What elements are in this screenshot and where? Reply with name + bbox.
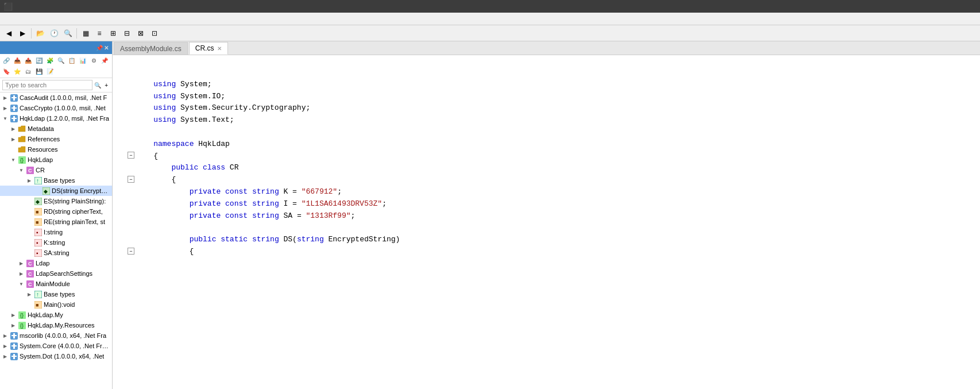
toolbar-extra1[interactable]: ⊟ [121,27,133,40]
titlebar: ⬛ [0,0,980,13]
tree-item-hqkldap[interactable]: ▼HqkLdap (1.2.0.0, msil, .Net Fra [0,113,112,124]
tree-toggle-ldapsearchsettings[interactable]: ▶ [17,269,25,278]
menu-file[interactable] [2,18,11,20]
ptool-btn-15[interactable]: 📝 [45,66,55,76]
tree-toggle-base-types[interactable]: ▶ [25,176,33,184]
toolbar-back[interactable]: ◀ [2,27,15,40]
tree-item-sa-field[interactable]: ▪SA:string [0,248,112,258]
menu-edit[interactable] [11,18,21,20]
tree-toggle-hqkldap[interactable]: ▼ [1,114,9,122]
tree-item-resources[interactable]: Resources [0,144,112,155]
ptool-btn-8[interactable]: 📊 [78,55,88,66]
toolbar-recent[interactable]: 🕐 [48,27,60,40]
tree-item-system-dot[interactable]: ▶System.Dot (1.0.0.0, x64, .Net [0,351,112,361]
ptool-btn-6[interactable]: 🔍 [56,55,66,66]
collapse-marker-16[interactable]: − [128,248,134,255]
tree-item-cr-class[interactable]: ▼CCR [0,165,112,175]
tree-item-rd-method[interactable]: ■RD(string cipherText, [0,206,112,217]
tree-item-main-method[interactable]: ■Main():void [0,299,112,310]
tree-item-i-field[interactable]: ▪I:string [0,227,112,237]
ptool-btn-1[interactable]: 🔗 [1,55,11,66]
tree-toggle-ldap-class[interactable]: ▶ [17,259,25,267]
tree-toggle-system-dot[interactable]: ▶ [1,352,9,360]
svg-rect-48 [13,344,15,349]
search-icon[interactable]: 🔍 [92,82,103,89]
menu-view[interactable] [21,18,30,20]
tree-toggle-cr-class[interactable]: ▼ [17,166,25,174]
tree-icon-casccrypto [9,103,18,113]
tree-toggle-mscorlib[interactable]: ▶ [1,332,9,340]
collapse-marker-10[interactable]: − [128,176,134,183]
code-line-14 [136,222,980,234]
toolbar-table[interactable]: ▦ [79,27,92,40]
ptool-btn-11[interactable]: 🔖 [1,66,11,76]
tree-toggle-cascaudit[interactable]: ▶ [1,94,9,102]
close-panel-button[interactable]: ✕ [104,45,109,51]
toolbar-nav[interactable]: 🔍 [61,27,74,40]
tree-toggle-metadata[interactable]: ▶ [9,125,17,133]
tree-toggle-mainmodule[interactable]: ▼ [17,280,25,288]
ptool-btn-12[interactable]: ⭐ [12,66,22,76]
tree-item-metadata[interactable]: ▶Metadata [0,124,112,134]
code-editor-panel: AssemblyModule.csCR.cs✕ using System; us… [113,41,980,389]
ptool-btn-4[interactable]: 🔄 [34,55,44,66]
menu-help[interactable] [67,18,76,20]
tree-label-cr-class: CR [36,167,45,174]
tree-item-mainmodule[interactable]: ▼CMainModule [0,279,112,289]
ptool-btn-10[interactable]: 📌 [99,55,110,66]
svg-text:C: C [28,282,32,287]
toolbar-extra3[interactable]: ⊡ [148,27,161,40]
tab-cr-cs[interactable]: CR.cs✕ [189,42,229,55]
tree-toggle-hqkldap-my[interactable]: ▶ [9,311,17,319]
ptool-btn-3[interactable]: 📤 [23,55,33,66]
tree-item-hqkldap-ns[interactable]: ▼{}HqkLdap [0,155,112,165]
tree-item-mscorlib[interactable]: ▶mscorlib (4.0.0.0, x64, .Net Fra [0,330,112,341]
toolbar-open-file[interactable]: 📂 [34,27,47,40]
ptool-btn-14[interactable]: 💾 [34,66,44,76]
toolbar-extra2[interactable]: ⊠ [134,27,147,40]
svg-text:◆: ◆ [44,188,48,194]
tree-item-es-method[interactable]: ◆ES(string PlainString): [0,196,112,206]
tree-item-base-types[interactable]: ▶↑Base types [0,175,112,186]
ptool-btn-7[interactable]: 📋 [67,55,77,66]
search-input[interactable] [2,80,92,90]
tree-icon-cr-class: C [25,165,34,175]
tree-toggle-mainmodule-basetypes[interactable]: ▶ [25,290,33,298]
menu-navigate[interactable] [30,18,39,20]
tree-item-casccrypto[interactable]: ▶CascCrypto (1.0.0.0, msil, .Net [0,103,112,113]
tree-toggle-casccrypto[interactable]: ▶ [1,104,9,112]
tree-toggle-hqkldap-my-resources[interactable]: ▶ [9,321,17,329]
tree-item-hqkldap-my[interactable]: ▶{}HqkLdap.My [0,310,112,320]
tab-assemblymodule[interactable]: AssemblyModule.cs [114,42,188,55]
tree-item-references[interactable]: ▶References [0,134,112,144]
tree-item-k-field[interactable]: ▪K:string [0,237,112,248]
tree-item-system-core[interactable]: ▶System.Core (4.0.0.0, .Net Fram [0,341,112,351]
tree-toggle-es-method [25,197,33,205]
tree-item-hqkldap-my-resources[interactable]: ▶{}HqkLdap.My.Resources [0,320,112,330]
tree-toggle-references[interactable]: ▶ [9,135,17,143]
tab-close-cr-cs[interactable]: ✕ [217,45,222,52]
tree-item-re-method[interactable]: ■RE(string plainText, st [0,217,112,227]
collapse-marker-8[interactable]: − [128,152,134,159]
search-options-btn[interactable]: + [103,82,110,89]
toolbar-list[interactable]: ≡ [93,27,106,40]
menu-inspect[interactable] [39,18,48,20]
tree-toggle-system-core[interactable]: ▶ [1,342,9,350]
menu-windows[interactable] [57,18,67,20]
menu-tools[interactable] [48,18,57,20]
tree-toggle-hqkldap-ns[interactable]: ▼ [9,156,17,164]
ptool-btn-13[interactable]: 🗂 [23,66,33,76]
tree-item-ldap-class[interactable]: ▶CLdap [0,258,112,268]
toolbar-forward[interactable]: ▶ [16,27,29,40]
toolbar-grid[interactable]: ⊞ [107,27,119,40]
tree-label-ldap-class: Ldap [36,260,49,267]
tree-item-ldapsearchsettings[interactable]: ▶CLdapSearchSettings [0,268,112,279]
ptool-btn-5[interactable]: 🧩 [45,55,55,66]
tree-item-mainmodule-basetypes[interactable]: ▶↑Base types [0,289,112,299]
tree-item-cascaudit[interactable]: ▶CascAudit (1.0.0.0, msil, .Net F [0,93,112,103]
tree-icon-k-field: ▪ [33,238,43,247]
pin-button[interactable]: 📌 [96,45,103,51]
ptool-btn-9[interactable]: ⚙ [88,55,99,66]
tree-item-ds-method[interactable]: ◆DS(string EncryptedSt [0,186,112,196]
ptool-btn-2[interactable]: 📥 [12,55,22,66]
